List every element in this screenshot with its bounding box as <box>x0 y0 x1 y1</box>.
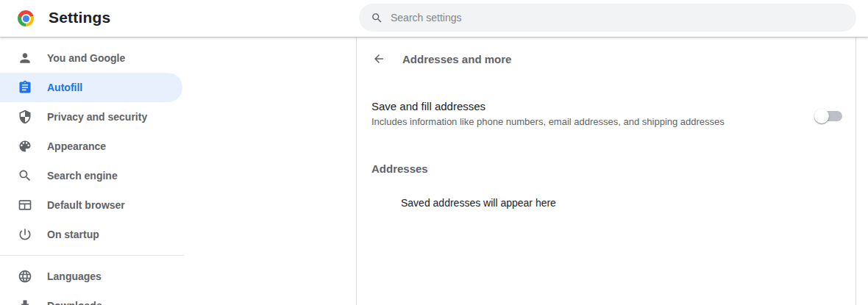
settings-content-card: Addresses and more Save and fill address… <box>356 37 856 305</box>
sidebar-item-label: Appearance <box>47 140 106 152</box>
sidebar-item-on-startup[interactable]: On startup <box>0 220 182 249</box>
browser-window-icon <box>18 198 32 212</box>
autofill-clipboard-icon <box>18 80 32 95</box>
page-title: Settings <box>49 9 110 26</box>
search-icon <box>371 12 383 24</box>
sidebar-item-label: Search engine <box>47 170 118 182</box>
sidebar-item-label: Downloads <box>47 300 102 305</box>
sidebar-item-search-engine[interactable]: Search engine <box>0 161 182 190</box>
sidebar-item-autofill[interactable]: Autofill <box>0 73 182 102</box>
empty-addresses-message: Saved addresses will appear here <box>401 197 556 209</box>
sidebar-item-label: Default browser <box>47 199 125 211</box>
toggle-row-label: Save and fill addresses <box>371 99 841 114</box>
toggle-row-description: Includes information like phone numbers,… <box>371 115 841 129</box>
sidebar-item-label: Privacy and security <box>47 111 147 123</box>
sidebar-divider <box>0 255 184 256</box>
sidebar-item-downloads[interactable]: Downloads <box>0 291 182 305</box>
globe-icon <box>18 269 32 284</box>
download-icon <box>18 298 32 305</box>
sidebar-item-appearance[interactable]: Appearance <box>0 132 182 161</box>
sidebar-item-label: Languages <box>47 270 102 282</box>
subpage-header: Addresses and more <box>357 37 855 80</box>
sidebar-item-label: Autofill <box>47 82 82 93</box>
back-arrow-icon <box>372 52 385 65</box>
sidebar-item-languages[interactable]: Languages <box>0 262 182 291</box>
sidebar-item-you-and-google[interactable]: You and Google <box>0 43 182 73</box>
chrome-logo-icon <box>18 10 34 26</box>
person-icon <box>18 51 32 65</box>
sidebar-item-label: You and Google <box>47 52 125 64</box>
toggle-knob <box>814 109 829 123</box>
sidebar-item-privacy-and-security[interactable]: Privacy and security <box>0 102 182 132</box>
app-header: Settings <box>0 0 868 37</box>
save-and-fill-addresses-toggle[interactable] <box>814 109 842 123</box>
settings-search-bar[interactable] <box>359 4 856 32</box>
search-input[interactable] <box>391 12 844 24</box>
power-icon <box>18 227 32 242</box>
search-icon <box>18 168 32 183</box>
save-and-fill-addresses-row: Save and fill addresses Includes informa… <box>357 99 855 129</box>
addresses-section-header: Addresses <box>371 162 428 175</box>
settings-sidebar: You and Google Autofill Privacy and secu… <box>0 37 199 305</box>
back-button[interactable] <box>366 46 392 72</box>
palette-icon <box>18 139 32 154</box>
sidebar-item-default-browser[interactable]: Default browser <box>0 190 182 220</box>
subpage-title: Addresses and more <box>402 53 511 65</box>
sidebar-item-label: On startup <box>47 229 99 240</box>
shield-icon <box>18 110 32 124</box>
